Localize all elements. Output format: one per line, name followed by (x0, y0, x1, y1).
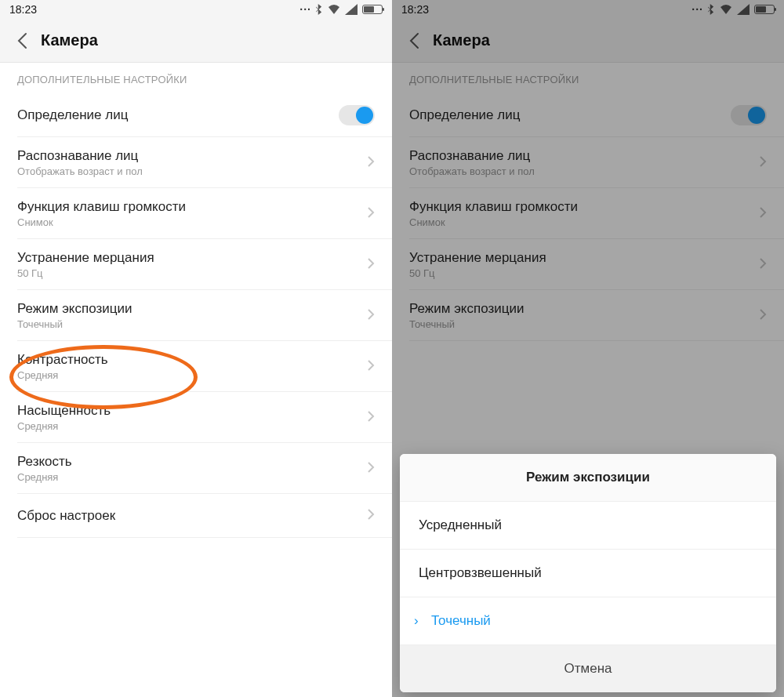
chevron-left-icon (16, 32, 27, 49)
settings-list: Определение лиц Распознавание лиц Отобра… (0, 93, 392, 697)
option-label: Центровзвешенный (419, 565, 542, 581)
wifi-icon (328, 4, 340, 15)
back-button[interactable] (13, 31, 31, 50)
status-bar: 18:23 (0, 0, 392, 19)
row-subtitle: 50 Гц (17, 267, 154, 279)
chevron-right-icon (367, 206, 375, 222)
more-icon (299, 3, 311, 16)
row-face-detection[interactable]: Определение лиц (0, 93, 392, 137)
option-label: Усредненный (419, 517, 502, 533)
status-time: 18:23 (9, 3, 37, 16)
row-title: Контрастность (17, 352, 108, 368)
exposure-mode-sheet: Режим экспозиции Усредненный Центровзвеш… (400, 454, 776, 692)
sheet-option-averaged[interactable]: Усредненный (400, 502, 776, 550)
row-saturation[interactable]: Насыщенность Средняя (0, 392, 392, 443)
row-title: Определение лиц (17, 107, 128, 123)
row-subtitle: Средняя (17, 420, 111, 432)
row-title: Распознавание лиц (17, 148, 143, 164)
phone-right: 18:23 Камера ДОПОЛНИТЕЛЬНЫЕ НАСТРОЙКИ Оп… (392, 0, 784, 697)
row-subtitle: Средняя (17, 471, 72, 483)
sheet-cancel-button[interactable]: Отмена (400, 645, 776, 692)
row-title: Функция клавиш громкости (17, 199, 186, 215)
row-volume-keys[interactable]: Функция клавиш громкости Снимок (0, 188, 392, 239)
page-header: Камера (0, 19, 392, 63)
battery-icon (362, 5, 383, 14)
sheet-option-spot[interactable]: › Точечный (400, 597, 776, 645)
page-title: Камера (41, 31, 98, 49)
section-header: ДОПОЛНИТЕЛЬНЫЕ НАСТРОЙКИ (0, 63, 392, 93)
status-icons (299, 3, 383, 16)
sheet-title: Режим экспозиции (400, 454, 776, 502)
row-reset[interactable]: Сброс настроек (0, 494, 392, 538)
row-face-recognition[interactable]: Распознавание лиц Отображать возраст и п… (0, 137, 392, 188)
chevron-right-icon: › (414, 613, 425, 629)
row-subtitle: Средняя (17, 369, 108, 381)
row-title: Резкость (17, 454, 72, 470)
signal-icon (345, 4, 358, 15)
cancel-label: Отмена (564, 661, 612, 676)
chevron-right-icon (367, 461, 375, 477)
sheet-option-center-weighted[interactable]: Центровзвешенный (400, 550, 776, 597)
chevron-right-icon (367, 359, 375, 375)
row-title: Устранение мерцания (17, 250, 154, 266)
row-title: Сброс настроек (17, 508, 115, 524)
row-exposure-mode[interactable]: Режим экспозиции Точечный (0, 290, 392, 341)
chevron-right-icon (367, 155, 375, 171)
row-title: Режим экспозиции (17, 301, 132, 317)
chevron-right-icon (367, 410, 375, 426)
row-flicker[interactable]: Устранение мерцания 50 Гц (0, 239, 392, 290)
chevron-right-icon (367, 308, 375, 324)
row-sharpness[interactable]: Резкость Средняя (0, 443, 392, 494)
row-title: Насыщенность (17, 403, 111, 419)
row-contrast[interactable]: Контрастность Средняя (0, 341, 392, 392)
row-subtitle: Точечный (17, 318, 132, 330)
bluetooth-icon (316, 4, 323, 15)
row-subtitle: Снимок (17, 216, 186, 228)
phone-left: 18:23 Камера ДОПОЛНИТЕЛЬНЫЕ НАСТРОЙКИ Оп… (0, 0, 392, 697)
chevron-right-icon (367, 508, 375, 524)
option-label: Точечный (431, 613, 491, 629)
row-subtitle: Отображать возраст и пол (17, 165, 143, 177)
toggle-switch[interactable] (339, 105, 375, 125)
chevron-right-icon (367, 257, 375, 273)
